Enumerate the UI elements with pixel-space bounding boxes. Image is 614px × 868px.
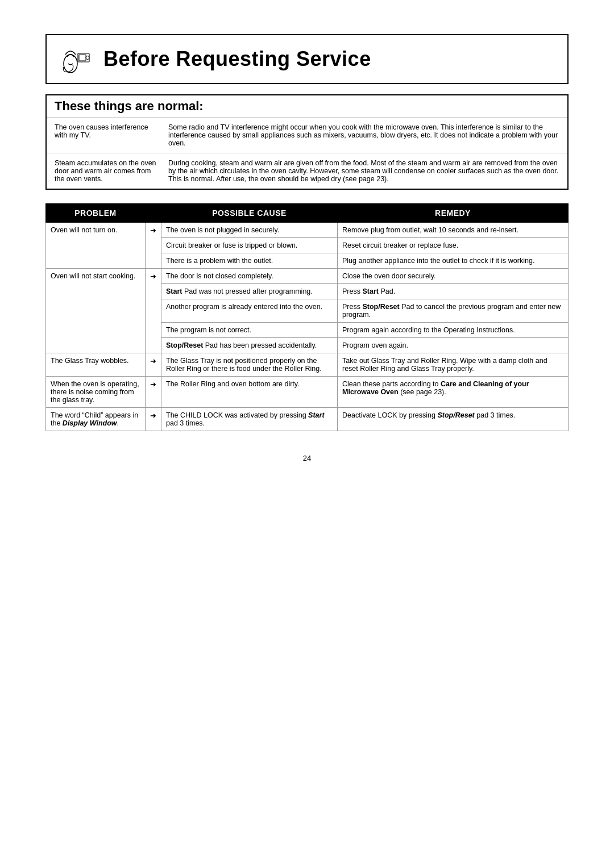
problem-label-not-start: Oven will not start cooking. bbox=[46, 269, 146, 353]
svg-point-3 bbox=[86, 56, 89, 60]
arrow-turn-on: ➜ bbox=[146, 223, 161, 269]
problem-label-glass-tray: The Glass Tray wobbles. bbox=[46, 353, 146, 377]
remedy-2-5: Program oven again. bbox=[338, 338, 569, 353]
header-problem: Problem bbox=[46, 204, 146, 223]
normal-row-2-left: Steam accumulates on the oven door and w… bbox=[55, 159, 168, 183]
cause-2-5: Stop/Reset Pad has been pressed accident… bbox=[161, 338, 338, 353]
header-arrow-spacer bbox=[146, 204, 161, 223]
cause-2-2: Start Pad was not pressed after programm… bbox=[161, 284, 338, 299]
remedy-2-2: Press Start Pad. bbox=[338, 284, 569, 299]
cause-2-4: The program is not correct. bbox=[161, 323, 338, 338]
remedy-2-4: Program again according to the Operating… bbox=[338, 323, 569, 338]
normal-section: These things are normal: The oven causes… bbox=[45, 94, 569, 190]
normal-section-header: These things are normal: bbox=[47, 95, 567, 118]
problem-label-turn-on: Oven will not turn on. bbox=[46, 223, 146, 269]
svg-rect-2 bbox=[79, 55, 86, 61]
arrow-glass-tray: ➜ bbox=[146, 353, 161, 377]
remedy-2-1: Close the oven door securely. bbox=[338, 269, 569, 284]
table-row: The word “Child” appears in the Display … bbox=[46, 408, 569, 431]
title-section: Before Requesting Service bbox=[45, 34, 569, 84]
cause-1-2: Circuit breaker or fuse is tripped or bl… bbox=[161, 238, 338, 253]
table-row: When the oven is operating, there is noi… bbox=[46, 377, 569, 408]
remedy-4-1: Clean these parts according to Care and … bbox=[338, 377, 569, 408]
arrow-child-lock: ➜ bbox=[146, 408, 161, 431]
svg-point-0 bbox=[64, 55, 77, 73]
page-title: Before Requesting Service bbox=[103, 47, 371, 71]
cause-1-1: The oven is not plugged in securely. bbox=[161, 223, 338, 238]
cause-4-1: The Roller Ring and oven bottom are dirt… bbox=[161, 377, 338, 408]
table-row: Oven will not start cooking. ➜ The door … bbox=[46, 269, 569, 284]
normal-row-1-left: The oven causes interference with my TV. bbox=[55, 123, 168, 147]
problem-table: Problem Possible Cause Remedy Oven will … bbox=[45, 203, 569, 431]
remedy-5-1: Deactivate LOCK by pressing Stop/Reset p… bbox=[338, 408, 569, 431]
page-number: 24 bbox=[45, 454, 569, 462]
normal-row-2: Steam accumulates on the oven door and w… bbox=[47, 153, 567, 189]
table-row: The Glass Tray wobbles. ➜ The Glass Tray… bbox=[46, 353, 569, 377]
table-row: Oven will not turn on. ➜ The oven is not… bbox=[46, 223, 569, 238]
arrow-noise: ➜ bbox=[146, 377, 161, 408]
header-remedy: Remedy bbox=[338, 204, 569, 223]
cause-1-3: There is a problem with the outlet. bbox=[161, 253, 338, 269]
problem-label-noise: When the oven is operating, there is noi… bbox=[46, 377, 146, 408]
remedy-3-1: Take out Glass Tray and Roller Ring. Wip… bbox=[338, 353, 569, 377]
normal-row-1-right: Some radio and TV interference might occ… bbox=[168, 123, 559, 147]
remedy-1-1: Remove plug from outlet, wait 10 seconds… bbox=[338, 223, 569, 238]
cause-3-1: The Glass Tray is not positioned properl… bbox=[161, 353, 338, 377]
problem-label-child-lock: The word “Child” appears in the Display … bbox=[46, 408, 146, 431]
remedy-1-2: Reset circuit breaker or replace fuse. bbox=[338, 238, 569, 253]
normal-row-1: The oven causes interference with my TV.… bbox=[47, 118, 567, 153]
phone-icon bbox=[58, 42, 92, 76]
remedy-2-3: Press Stop/Reset Pad to cancel the previ… bbox=[338, 299, 569, 323]
arrow-not-start: ➜ bbox=[146, 269, 161, 353]
header-cause: Possible Cause bbox=[161, 204, 338, 223]
cause-2-3: Another program is already entered into … bbox=[161, 299, 338, 323]
cause-2-1: The door is not closed completely. bbox=[161, 269, 338, 284]
cause-5-1: The CHILD LOCK was activated by pressing… bbox=[161, 408, 338, 431]
remedy-1-3: Plug another appliance into the outlet t… bbox=[338, 253, 569, 269]
normal-row-2-right: During cooking, steam and warm air are g… bbox=[168, 159, 559, 183]
